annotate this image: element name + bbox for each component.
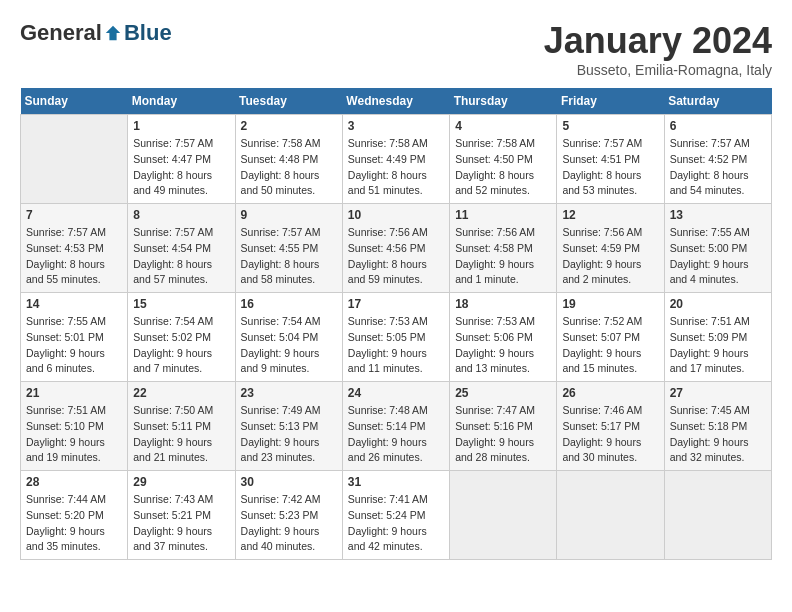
day-info: Sunrise: 7:55 AMSunset: 5:00 PMDaylight:… (670, 225, 766, 288)
day-number: 21 (26, 386, 122, 400)
day-number: 15 (133, 297, 229, 311)
day-info: Sunrise: 7:51 AMSunset: 5:09 PMDaylight:… (670, 314, 766, 377)
calendar-cell: 24Sunrise: 7:48 AMSunset: 5:14 PMDayligh… (342, 382, 449, 471)
day-number: 5 (562, 119, 658, 133)
day-info: Sunrise: 7:46 AMSunset: 5:17 PMDaylight:… (562, 403, 658, 466)
calendar-cell (557, 471, 664, 560)
location: Busseto, Emilia-Romagna, Italy (544, 62, 772, 78)
day-info: Sunrise: 7:52 AMSunset: 5:07 PMDaylight:… (562, 314, 658, 377)
calendar-cell: 29Sunrise: 7:43 AMSunset: 5:21 PMDayligh… (128, 471, 235, 560)
calendar-cell: 11Sunrise: 7:56 AMSunset: 4:58 PMDayligh… (450, 204, 557, 293)
day-number: 19 (562, 297, 658, 311)
day-number: 4 (455, 119, 551, 133)
day-number: 26 (562, 386, 658, 400)
day-info: Sunrise: 7:54 AMSunset: 5:02 PMDaylight:… (133, 314, 229, 377)
day-number: 10 (348, 208, 444, 222)
day-info: Sunrise: 7:45 AMSunset: 5:18 PMDaylight:… (670, 403, 766, 466)
calendar-cell: 27Sunrise: 7:45 AMSunset: 5:18 PMDayligh… (664, 382, 771, 471)
day-of-week-thursday: Thursday (450, 88, 557, 115)
day-number: 7 (26, 208, 122, 222)
day-info: Sunrise: 7:51 AMSunset: 5:10 PMDaylight:… (26, 403, 122, 466)
calendar-cell: 1Sunrise: 7:57 AMSunset: 4:47 PMDaylight… (128, 115, 235, 204)
week-row-1: 1Sunrise: 7:57 AMSunset: 4:47 PMDaylight… (21, 115, 772, 204)
logo-icon (104, 24, 122, 42)
day-number: 29 (133, 475, 229, 489)
day-number: 27 (670, 386, 766, 400)
calendar-body: 1Sunrise: 7:57 AMSunset: 4:47 PMDaylight… (21, 115, 772, 560)
calendar-cell: 3Sunrise: 7:58 AMSunset: 4:49 PMDaylight… (342, 115, 449, 204)
svg-marker-0 (106, 26, 120, 40)
day-number: 9 (241, 208, 337, 222)
month-title: January 2024 (544, 20, 772, 62)
day-info: Sunrise: 7:56 AMSunset: 4:58 PMDaylight:… (455, 225, 551, 288)
day-number: 20 (670, 297, 766, 311)
day-info: Sunrise: 7:57 AMSunset: 4:55 PMDaylight:… (241, 225, 337, 288)
day-info: Sunrise: 7:44 AMSunset: 5:20 PMDaylight:… (26, 492, 122, 555)
day-info: Sunrise: 7:54 AMSunset: 5:04 PMDaylight:… (241, 314, 337, 377)
calendar-cell (450, 471, 557, 560)
calendar-cell: 19Sunrise: 7:52 AMSunset: 5:07 PMDayligh… (557, 293, 664, 382)
calendar-cell: 16Sunrise: 7:54 AMSunset: 5:04 PMDayligh… (235, 293, 342, 382)
days-of-week-row: SundayMondayTuesdayWednesdayThursdayFrid… (21, 88, 772, 115)
calendar-cell: 28Sunrise: 7:44 AMSunset: 5:20 PMDayligh… (21, 471, 128, 560)
day-number: 1 (133, 119, 229, 133)
day-number: 23 (241, 386, 337, 400)
day-info: Sunrise: 7:57 AMSunset: 4:53 PMDaylight:… (26, 225, 122, 288)
calendar-cell: 7Sunrise: 7:57 AMSunset: 4:53 PMDaylight… (21, 204, 128, 293)
calendar-cell: 20Sunrise: 7:51 AMSunset: 5:09 PMDayligh… (664, 293, 771, 382)
day-info: Sunrise: 7:58 AMSunset: 4:49 PMDaylight:… (348, 136, 444, 199)
calendar-cell: 30Sunrise: 7:42 AMSunset: 5:23 PMDayligh… (235, 471, 342, 560)
calendar-cell: 2Sunrise: 7:58 AMSunset: 4:48 PMDaylight… (235, 115, 342, 204)
calendar-cell: 10Sunrise: 7:56 AMSunset: 4:56 PMDayligh… (342, 204, 449, 293)
day-info: Sunrise: 7:43 AMSunset: 5:21 PMDaylight:… (133, 492, 229, 555)
day-number: 16 (241, 297, 337, 311)
day-number: 31 (348, 475, 444, 489)
day-of-week-saturday: Saturday (664, 88, 771, 115)
day-number: 6 (670, 119, 766, 133)
calendar-cell: 15Sunrise: 7:54 AMSunset: 5:02 PMDayligh… (128, 293, 235, 382)
day-of-week-friday: Friday (557, 88, 664, 115)
calendar-cell: 17Sunrise: 7:53 AMSunset: 5:05 PMDayligh… (342, 293, 449, 382)
calendar-cell (21, 115, 128, 204)
calendar-header: SundayMondayTuesdayWednesdayThursdayFrid… (21, 88, 772, 115)
day-number: 2 (241, 119, 337, 133)
day-number: 28 (26, 475, 122, 489)
day-number: 24 (348, 386, 444, 400)
logo: General Blue (20, 20, 172, 46)
day-info: Sunrise: 7:48 AMSunset: 5:14 PMDaylight:… (348, 403, 444, 466)
calendar-cell: 21Sunrise: 7:51 AMSunset: 5:10 PMDayligh… (21, 382, 128, 471)
week-row-2: 7Sunrise: 7:57 AMSunset: 4:53 PMDaylight… (21, 204, 772, 293)
day-of-week-sunday: Sunday (21, 88, 128, 115)
calendar-cell: 12Sunrise: 7:56 AMSunset: 4:59 PMDayligh… (557, 204, 664, 293)
day-info: Sunrise: 7:57 AMSunset: 4:47 PMDaylight:… (133, 136, 229, 199)
calendar-cell: 6Sunrise: 7:57 AMSunset: 4:52 PMDaylight… (664, 115, 771, 204)
day-info: Sunrise: 7:41 AMSunset: 5:24 PMDaylight:… (348, 492, 444, 555)
calendar-table: SundayMondayTuesdayWednesdayThursdayFrid… (20, 88, 772, 560)
day-info: Sunrise: 7:55 AMSunset: 5:01 PMDaylight:… (26, 314, 122, 377)
day-number: 30 (241, 475, 337, 489)
calendar-cell: 18Sunrise: 7:53 AMSunset: 5:06 PMDayligh… (450, 293, 557, 382)
logo-blue-text: Blue (124, 20, 172, 46)
day-number: 11 (455, 208, 551, 222)
day-info: Sunrise: 7:47 AMSunset: 5:16 PMDaylight:… (455, 403, 551, 466)
day-info: Sunrise: 7:56 AMSunset: 4:56 PMDaylight:… (348, 225, 444, 288)
day-info: Sunrise: 7:50 AMSunset: 5:11 PMDaylight:… (133, 403, 229, 466)
day-of-week-tuesday: Tuesday (235, 88, 342, 115)
calendar-cell: 13Sunrise: 7:55 AMSunset: 5:00 PMDayligh… (664, 204, 771, 293)
day-info: Sunrise: 7:57 AMSunset: 4:51 PMDaylight:… (562, 136, 658, 199)
calendar-cell: 31Sunrise: 7:41 AMSunset: 5:24 PMDayligh… (342, 471, 449, 560)
day-info: Sunrise: 7:42 AMSunset: 5:23 PMDaylight:… (241, 492, 337, 555)
week-row-5: 28Sunrise: 7:44 AMSunset: 5:20 PMDayligh… (21, 471, 772, 560)
calendar-cell (664, 471, 771, 560)
week-row-4: 21Sunrise: 7:51 AMSunset: 5:10 PMDayligh… (21, 382, 772, 471)
day-number: 13 (670, 208, 766, 222)
calendar-cell: 14Sunrise: 7:55 AMSunset: 5:01 PMDayligh… (21, 293, 128, 382)
day-of-week-monday: Monday (128, 88, 235, 115)
day-info: Sunrise: 7:53 AMSunset: 5:05 PMDaylight:… (348, 314, 444, 377)
day-of-week-wednesday: Wednesday (342, 88, 449, 115)
day-info: Sunrise: 7:56 AMSunset: 4:59 PMDaylight:… (562, 225, 658, 288)
week-row-3: 14Sunrise: 7:55 AMSunset: 5:01 PMDayligh… (21, 293, 772, 382)
day-number: 18 (455, 297, 551, 311)
calendar-cell: 23Sunrise: 7:49 AMSunset: 5:13 PMDayligh… (235, 382, 342, 471)
day-number: 17 (348, 297, 444, 311)
